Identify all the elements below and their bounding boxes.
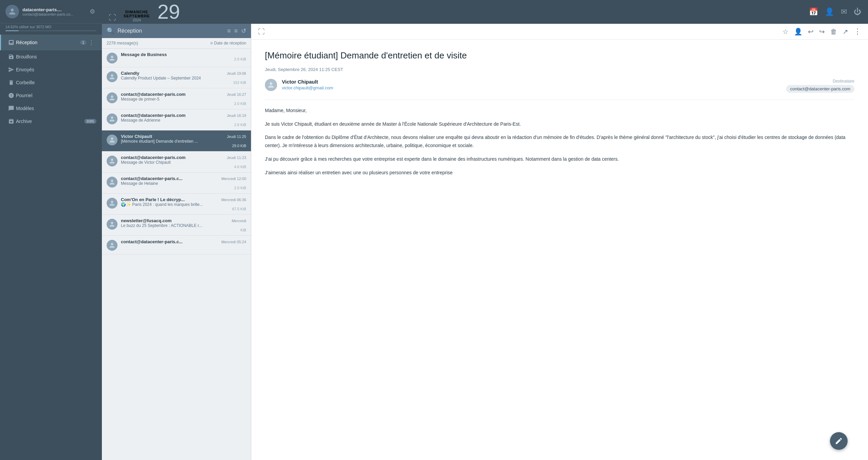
email-item-body: contact@datacenter-paris.com Jeudi 16:27… (121, 92, 246, 106)
sidebar-item-reception[interactable]: Réception 1 ⋮ (0, 35, 102, 50)
spam-icon (6, 92, 16, 99)
account-email: contact@datacenter-paris.co... (22, 12, 88, 16)
email-content: [Mémoire étudiant] Demande d'entretien e… (251, 40, 868, 460)
email-size: 152 KiB (233, 81, 246, 85)
email-size: 2.0 KiB (234, 102, 246, 106)
reception-label: Réception (16, 40, 78, 45)
mail-icon[interactable]: ✉ (841, 7, 847, 16)
email-item-body: contact@datacenter-paris.c... Mercredi 0… (121, 239, 246, 244)
email-sender: Calendly (121, 71, 139, 76)
storage-bar (5, 30, 96, 31)
email-subject-preview: Message de Helaine (121, 181, 246, 186)
email-avatar (107, 219, 117, 230)
sidebar-item-archive[interactable]: Archive 3085 (0, 115, 102, 128)
storage-text: 14.62% utilisé sur 3072 MO (5, 25, 96, 29)
expand-email-icon[interactable]: ⛶ (258, 28, 265, 36)
delete-icon[interactable]: 🗑 (830, 28, 837, 36)
email-list-item[interactable]: contact@datacenter-paris.c... Mercredi 0… (102, 236, 251, 254)
email-sender: Victor Chipault (121, 134, 152, 139)
email-avatar (107, 177, 117, 188)
email-sender: contact@datacenter-paris.c... (121, 239, 183, 244)
email-list-item[interactable]: Calendly Jeudi 19:06 Calendly Product Up… (102, 67, 251, 88)
email-time: Jeudi 19:06 (227, 71, 246, 75)
email-body: Madame, Monsieur,Je suis Victor Chipault… (265, 107, 854, 177)
sidebar-item-modeles[interactable]: Modèles (0, 102, 102, 115)
email-sender: contact@datacenter-paris.com (121, 92, 185, 97)
pourriel-label: Pourriel (16, 93, 96, 98)
reception-badge: 1 (80, 40, 86, 45)
email-sender: contact@datacenter-paris.com (121, 113, 185, 118)
expand-icon[interactable]: ⛶ (109, 13, 116, 22)
day-name: DIMANCHE (124, 10, 150, 14)
email-list-pane: 🔍 Réception ≡ ≡ ↺ 2278 message(s) ≡ Date… (102, 24, 251, 460)
email-list-item[interactable]: contact@datacenter-paris.com Jeudi 11:23… (102, 152, 251, 173)
sender-email[interactable]: victor.chipault@gmail.com (282, 85, 333, 90)
sidebar-item-pourriel[interactable]: Pourriel (0, 89, 102, 102)
email-list-item[interactable]: Com'On en Parle ! Le décryp... Mercredi … (102, 194, 251, 215)
content-area: 🔍 Réception ≡ ≡ ↺ 2278 message(s) ≡ Date… (102, 24, 868, 460)
to-label: Destinataire (786, 79, 854, 84)
brouillons-label: Brouillons (16, 54, 96, 59)
email-list-item[interactable]: Victor Chipault Jeudi 11:25 [Mémoire étu… (102, 130, 251, 152)
more-options-button[interactable]: ⋮ (854, 27, 861, 36)
inbox-icon (6, 39, 16, 46)
top-bar-actions: 📅 👤 ✉ ⏻ (809, 7, 861, 16)
email-list-item[interactable]: Message de Business 2.0 KiB (102, 49, 251, 67)
reception-more-button[interactable]: ⋮ (86, 38, 96, 47)
trash-icon (6, 79, 16, 86)
email-time: Mercredi (232, 219, 246, 223)
forward-icon[interactable]: ↪ (819, 28, 825, 36)
body-paragraph: Dans le cadre de l'obtention du Diplôme … (265, 134, 854, 150)
filter-icon[interactable]: ≡ (227, 28, 231, 35)
email-subject-preview: Message de Adrienne (121, 118, 246, 123)
sort-icon[interactable]: ≡ (234, 28, 238, 35)
open-external-icon[interactable]: ↗ (843, 28, 848, 36)
send-icon (6, 67, 16, 73)
sidebar-item-envoyes[interactable]: Envoyés (0, 63, 102, 76)
to-address: contact@datacenter-paris.com (786, 85, 854, 93)
email-subject-preview: Calendly Product Update – September 2024 (121, 76, 246, 81)
star-icon[interactable]: ☆ (782, 28, 789, 36)
email-avatar (107, 156, 117, 166)
email-list: Message de Business 2.0 KiB Calendly Jeu… (102, 49, 251, 460)
email-sender: Com'On en Parle ! Le décryp... (121, 197, 185, 202)
email-avatar (107, 71, 117, 82)
email-count-bar: 2278 message(s) ≡ Date de réception (102, 38, 251, 49)
compose-button[interactable] (830, 432, 848, 450)
email-item-body: Calendly Jeudi 19:06 Calendly Product Up… (121, 71, 246, 85)
email-time: Mercredi 06:36 (221, 198, 246, 202)
reply-icon[interactable]: ↩ (808, 28, 814, 36)
calendar-icon[interactable]: 📅 (809, 7, 818, 16)
email-sender: contact@datacenter-paris.com (121, 155, 185, 160)
power-icon[interactable]: ⏻ (854, 7, 861, 16)
sender-name: Victor Chipault (282, 79, 786, 85)
archive-badge: 3085 (84, 119, 96, 124)
day-number: 29 (157, 2, 180, 22)
contact-card-icon[interactable]: 👤 (794, 28, 802, 36)
email-list-item[interactable]: contact@datacenter-paris.com Jeudi 16:19… (102, 109, 251, 130)
email-sender: newsletter@fusacq.com (121, 218, 171, 223)
sort-label[interactable]: ≡ Date de réception (210, 41, 246, 46)
refresh-button[interactable]: ↺ (241, 27, 246, 35)
email-size: 4.6 KiB (234, 165, 246, 169)
contacts-icon[interactable]: 👤 (825, 7, 834, 16)
archive-icon (6, 118, 16, 124)
email-item-body: Victor Chipault Jeudi 11:25 [Mémoire étu… (121, 134, 246, 148)
search-button[interactable]: 🔍 (107, 27, 114, 35)
top-bar: ⛶ DIMANCHE SEPTEMBRE 2024 29 📅 👤 ✉ ⏻ (102, 0, 868, 24)
sidebar-item-corbeille[interactable]: Corbeille (0, 76, 102, 89)
email-date: Jeudi, Septembre 26, 2024 11:25 CEST (265, 67, 854, 72)
email-list-item[interactable]: contact@datacenter-paris.c... Mercredi 1… (102, 173, 251, 194)
settings-button[interactable]: ⚙ (88, 6, 96, 17)
recipient-block: Destinataire contact@datacenter-paris.co… (786, 79, 854, 93)
email-list-item[interactable]: newsletter@fusacq.com Mercredi Le buzz d… (102, 215, 251, 236)
email-subject-preview: Message de primer-5 (121, 97, 246, 102)
sidebar-item-brouillons[interactable]: Brouillons (0, 50, 102, 63)
email-avatar (107, 113, 117, 124)
draft-icon (6, 54, 16, 60)
body-paragraph: J'aimerais ainsi réaliser un entretien a… (265, 169, 854, 177)
email-avatar (107, 240, 117, 251)
year: 2024 (124, 18, 150, 22)
main-area: ⛶ DIMANCHE SEPTEMBRE 2024 29 📅 👤 ✉ ⏻ 🔍 R… (102, 0, 868, 460)
email-list-item[interactable]: contact@datacenter-paris.com Jeudi 16:27… (102, 88, 251, 109)
